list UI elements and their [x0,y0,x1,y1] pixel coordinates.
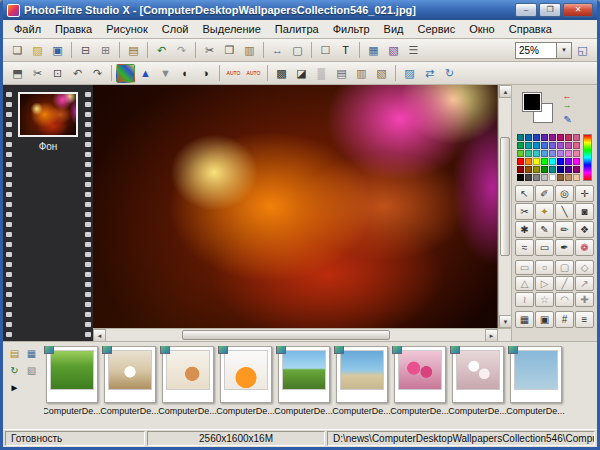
palette-color[interactable] [517,158,524,165]
palette-color[interactable] [549,134,556,141]
browser-thumbnail[interactable]: ComputerDe... [508,346,563,427]
shape-arrow[interactable]: ↗ [575,276,594,291]
move-tool[interactable]: ✛ [575,185,594,202]
eraser-tool[interactable]: ▭ [535,239,554,256]
title-bar[interactable]: PhotoFiltre Studio X - [ComputerDesktopW… [3,0,597,20]
brush-tool[interactable]: ✎ [535,221,554,238]
image-explorer-button[interactable]: ▤ [124,41,143,60]
palette-color[interactable] [541,158,548,165]
palette-color[interactable] [525,158,532,165]
swap-colors-icon[interactable]: ← → [563,92,572,110]
spray-tool[interactable]: ✱ [515,221,534,238]
edit-color-icon[interactable]: ✎ [564,114,572,125]
palette-color[interactable] [565,174,572,181]
scissors-tool[interactable]: ✂ [515,203,534,220]
palette-color[interactable] [533,150,540,157]
gray-scale-button[interactable]: ▩ [272,64,291,83]
horizontal-scrollbar[interactable]: ◄ ► [93,328,498,341]
blur-tool[interactable]: ≈ [515,239,534,256]
palette-color[interactable] [573,174,580,181]
landscape-filter-button[interactable]: ▨ [400,64,419,83]
canvas-image[interactable] [93,85,498,328]
horizontal-scroll-thumb[interactable] [182,330,390,340]
scan-import-button[interactable]: ⊞ [96,41,115,60]
menu-help[interactable]: Справка [502,21,559,37]
image-size-button[interactable]: ↔ [268,41,287,60]
palette-color[interactable] [541,142,548,149]
palette-color[interactable] [525,134,532,141]
palette-color[interactable] [565,166,572,173]
palette-color[interactable] [573,166,580,173]
palette-color[interactable] [565,150,572,157]
browser-folder-icon[interactable]: ▤ [7,346,22,361]
palette-color[interactable] [573,142,580,149]
browser-play-icon[interactable]: ► [7,380,22,395]
brightness-button[interactable]: ◑ [196,64,215,83]
palette-color[interactable] [533,158,540,165]
relief-filter-button[interactable]: ▥ [352,64,371,83]
auto-levels-button[interactable]: AUTO [224,64,243,83]
palette-color[interactable] [517,174,524,181]
menu-edit[interactable]: Правка [48,21,99,37]
nozzle-tool[interactable]: ❁ [575,239,594,256]
foreground-color-swatch[interactable] [522,92,542,112]
shape-rounded-rectangle[interactable]: ▢ [555,260,574,275]
menu-selection[interactable]: Выделение [195,21,267,37]
palette-color[interactable] [557,134,564,141]
browser-thumbnail[interactable]: ComputerDe... [44,346,99,427]
blur-filter-button[interactable]: ▒ [312,64,331,83]
undo-button[interactable]: ↶ [152,41,171,60]
open-folder-button[interactable]: ▨ [28,41,47,60]
image-size-dialog-button[interactable]: ⊡ [48,64,67,83]
vertical-scrollbar[interactable]: ▲ ▼ [498,85,511,328]
auto-contrast-button[interactable]: AUTO [244,64,263,83]
preferences-button[interactable]: ☰ [404,41,423,60]
palette-color[interactable] [517,166,524,173]
menu-filter[interactable]: Фильтр [326,21,377,37]
browser-thumbnail[interactable]: ComputerDe... [334,346,389,427]
browser-refresh-icon[interactable]: ↻ [7,363,22,378]
cut-button[interactable]: ✂ [200,41,219,60]
palette-color[interactable] [573,158,580,165]
crop-image-button[interactable]: ✂ [28,64,47,83]
paste-button[interactable]: ▥ [240,41,259,60]
palette-color[interactable] [541,174,548,181]
text-tool-button[interactable]: T [336,41,355,60]
menu-image[interactable]: Рисунок [99,21,155,37]
new-file-button[interactable]: ❏ [8,41,27,60]
eyedropper-tool[interactable]: ✐ [535,185,554,202]
palette-color[interactable] [565,158,572,165]
save-button[interactable]: ▣ [48,41,67,60]
palette-color[interactable] [573,150,580,157]
grid-toggle[interactable]: ▦ [515,311,534,328]
palette-color[interactable] [565,134,572,141]
symmetry-horizontal-button[interactable]: ⇄ [420,64,439,83]
coordinates-display[interactable]: # [555,311,574,328]
palette-color[interactable] [525,174,532,181]
contrast-button[interactable]: ◐ [176,64,195,83]
browser-settings-icon[interactable]: ▧ [24,363,39,378]
palette-color[interactable] [557,142,564,149]
palette-color[interactable] [525,142,532,149]
menu-file[interactable]: Файл [7,21,48,37]
palette-color[interactable] [541,166,548,173]
browser-thumbnail[interactable]: ComputerDe... [450,346,505,427]
palette-color[interactable] [517,150,524,157]
hue-gradient-strip[interactable] [583,134,592,181]
negative-button[interactable]: ◪ [292,64,311,83]
rotate-left-button[interactable]: ↶ [68,64,87,83]
line-tool[interactable]: ╲ [555,203,574,220]
palette-color[interactable] [549,150,556,157]
shape-line[interactable]: ╱ [555,276,574,291]
vertical-scroll-thumb[interactable] [500,137,510,256]
vertical-scroll-track[interactable] [499,98,511,315]
advanced-brush-tool[interactable]: ✏ [555,221,574,238]
palette-color[interactable] [557,158,564,165]
automate-module-button[interactable]: ▧ [384,41,403,60]
shape-lasso[interactable]: ◠ [555,292,574,307]
palette-color[interactable] [565,142,572,149]
palette-color[interactable] [517,134,524,141]
color-palette-button[interactable] [116,64,135,83]
palette-color[interactable] [557,150,564,157]
clone-stamp-tool[interactable]: ❖ [575,221,594,238]
